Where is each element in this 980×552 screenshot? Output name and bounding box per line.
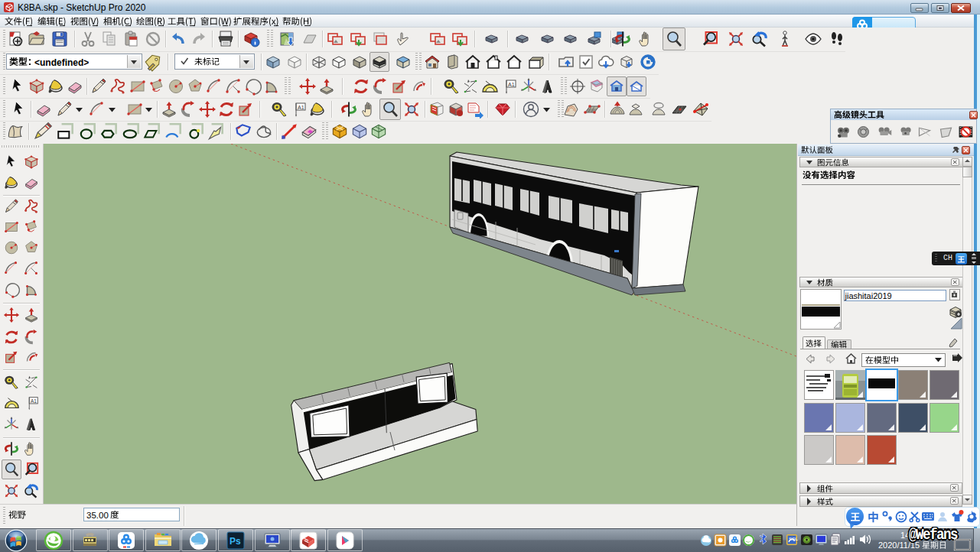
svg-text:35.00: 35.00 xyxy=(86,511,109,520)
svg-text:SQL: SQL xyxy=(789,537,799,541)
svg-text:<undefined>: <undefined> xyxy=(34,57,89,68)
